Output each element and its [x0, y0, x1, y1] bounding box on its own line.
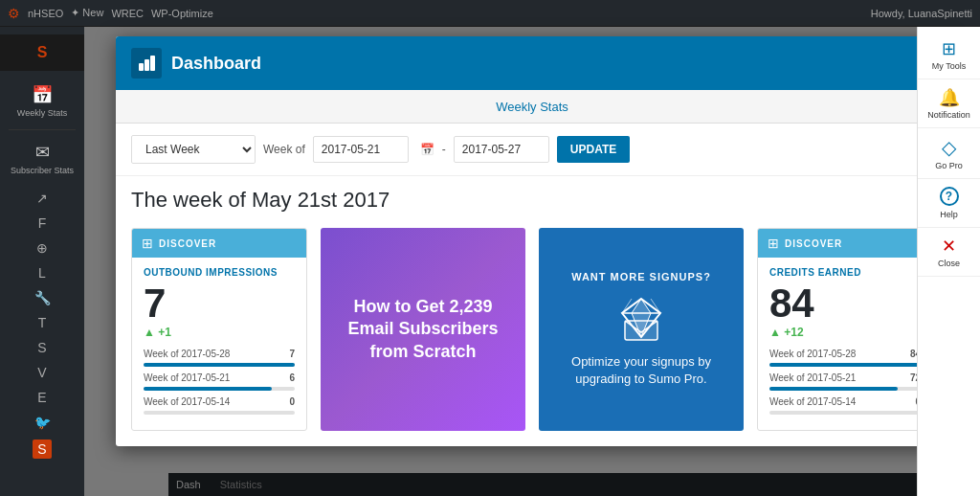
credits-change: ▲ +12 — [769, 326, 921, 339]
discover-card-1-header: ⊞ DISCOVER — [132, 229, 306, 258]
sidebar-icon-7[interactable]: S — [37, 340, 46, 355]
discover-card-1-body: OUTBOUND IMPRESSIONS 7 ▲ +1 Week of 2017… — [132, 258, 306, 430]
credits-bar-3 — [769, 411, 921, 415]
weekly-stats-header: Weekly Stats — [116, 90, 948, 124]
outbound-bar-3 — [144, 411, 295, 415]
sidebar-label-weekly: Weekly Stats — [17, 108, 67, 118]
sidebar-icon-v[interactable]: V — [37, 365, 46, 380]
right-panel-help[interactable]: ? Help — [918, 179, 980, 228]
right-panel-notification[interactable]: 🔔 Notification — [918, 79, 980, 128]
outbound-metric-title: OUTBOUND IMPRESSIONS — [144, 267, 295, 278]
credits-bar-2 — [769, 387, 921, 391]
date-heading: The week of May 21st 2017 — [116, 176, 948, 220]
discover-header-icon-1: ⊞ — [142, 236, 153, 251]
sidebar-icon-t[interactable]: 🐦 — [34, 415, 51, 430]
outbound-bar-2 — [144, 387, 295, 391]
discover-header-icon-2: ⊞ — [768, 236, 779, 251]
sidebar-item-weekly-stats[interactable]: 📅 Weekly Stats — [0, 77, 84, 125]
sidebar-icon-s[interactable]: S — [33, 440, 52, 459]
admin-bar-user: Howdy, LuanaSpinetti — [871, 8, 972, 19]
sidebar: S 📅 Weekly Stats ✉ Subscriber Stats ↗ F … — [0, 27, 84, 496]
sidebar-icon-2[interactable]: F — [38, 215, 47, 231]
admin-bar-wpopt[interactable]: WP-Optimize — [151, 8, 213, 19]
date-separator: - — [442, 143, 446, 156]
notification-label: Notification — [927, 110, 970, 120]
credits-stat-row-1: Week of 2017-05-28 84 — [769, 349, 921, 359]
sidebar-divider — [9, 129, 76, 130]
promo-card[interactable]: How to Get 2,239 Email Subscribers from … — [321, 228, 525, 431]
discover-label-2: DISCOVER — [785, 238, 842, 249]
dashboard-modal: Dashboard ✕ Weekly Stats Last Week This … — [116, 36, 948, 446]
modal-header: Dashboard ✕ — [116, 36, 948, 90]
outbound-bar-1 — [144, 363, 295, 367]
sidebar-icon-6[interactable]: T — [38, 315, 47, 330]
discover-card-2-header: ⊞ DISCOVER — [758, 229, 932, 258]
svg-rect-1 — [145, 59, 149, 71]
admin-bar-wp-icon: ⚙ — [8, 6, 20, 21]
admin-bar: ⚙ nHSEO ✦ New WREC WP-Optimize Howdy, Lu… — [0, 0, 980, 27]
my-tools-icon: ⊞ — [942, 38, 956, 59]
up-arrow-icon-2: ▲ — [769, 326, 781, 339]
sidebar-icon-e[interactable]: E — [37, 390, 46, 405]
credits-stat-row-2: Week of 2017-05-21 72 — [769, 372, 921, 383]
sidebar-label-subscriber: Subscriber Stats — [11, 166, 74, 175]
discover-card-2-body: CREDITS EARNED 84 ▲ +12 Week of 2017-05-… — [758, 258, 932, 430]
period-select[interactable]: Last Week This Week Custom — [131, 135, 256, 164]
signups-card[interactable]: WANT MORE SIGNUPS? Optimize your signups… — [539, 228, 744, 431]
credits-stat-row-3: Week of 2017-05-14 0 — [769, 396, 921, 407]
admin-bar-new[interactable]: ✦ New — [71, 7, 103, 19]
right-panel: ⊞ My Tools 🔔 Notification ◇ Go Pro ? Hel… — [917, 27, 980, 496]
help-label: Help — [940, 210, 958, 219]
modal-title: Dashboard — [171, 54, 261, 74]
admin-bar-seo[interactable]: nHSEO — [28, 8, 63, 19]
credits-value: 84 — [769, 283, 921, 324]
outbound-stat-row-1: Week of 2017-05-28 7 — [144, 349, 295, 359]
my-tools-label: My Tools — [932, 61, 966, 71]
help-icon: ? — [940, 187, 959, 206]
outbound-value: 7 — [144, 283, 295, 324]
calendar-icon: 📅 — [32, 84, 53, 105]
date-from-input[interactable] — [313, 136, 409, 163]
go-pro-label: Go Pro — [935, 161, 963, 170]
dashboard-icon — [131, 48, 162, 79]
admin-bar-wrec[interactable]: WREC — [111, 8, 144, 19]
sidebar-icon-3[interactable]: ⊕ — [36, 240, 48, 256]
up-arrow-icon-1: ▲ — [144, 326, 155, 339]
weekly-stats-title: Weekly Stats — [496, 100, 568, 114]
go-pro-icon: ◇ — [942, 136, 956, 159]
close-label: Close — [938, 259, 960, 268]
sidebar-icon-1[interactable]: ↗ — [36, 191, 48, 206]
svg-rect-0 — [139, 63, 144, 71]
diamond-icon — [617, 294, 665, 342]
date-to-input[interactable] — [454, 136, 549, 163]
outbound-stat-row-2: Week of 2017-05-21 6 — [144, 372, 295, 383]
sidebar-item-subscriber-stats[interactable]: ✉ Subscriber Stats — [0, 134, 84, 183]
week-of-label: Week of — [263, 143, 305, 156]
credits-bar-1 — [769, 363, 921, 367]
svg-rect-2 — [150, 56, 155, 71]
sidebar-icon-5[interactable]: 🔧 — [34, 290, 51, 305]
notification-icon: 🔔 — [939, 87, 960, 108]
calendar-from-icon[interactable]: 📅 — [420, 143, 434, 156]
email-icon: ✉ — [35, 142, 50, 163]
right-panel-my-tools[interactable]: ⊞ My Tools — [918, 31, 980, 79]
credits-metric-title: CREDITS EARNED — [769, 267, 921, 278]
discover-label-1: DISCOVER — [159, 238, 216, 249]
discover-card-outbound: ⊞ DISCOVER OUTBOUND IMPRESSIONS 7 ▲ +1 W… — [131, 228, 307, 431]
signups-header: WANT MORE SIGNUPS? — [571, 271, 711, 282]
right-panel-go-pro[interactable]: ◇ Go Pro — [918, 128, 980, 179]
outbound-stat-row-3: Week of 2017-05-14 0 — [144, 396, 295, 407]
signups-text: Optimize your signups by upgrading to Su… — [554, 353, 728, 388]
promo-title: How to Get 2,239 Email Subscribers from … — [336, 296, 510, 363]
controls-row: Last Week This Week Custom Week of 📅 - U… — [116, 124, 948, 176]
right-panel-close[interactable]: ✕ Close — [918, 228, 980, 277]
sidebar-icon-4[interactable]: L — [38, 265, 46, 281]
sumo-logo: S — [37, 44, 48, 61]
close-panel-icon: ✕ — [942, 236, 956, 257]
outbound-change: ▲ +1 — [144, 326, 295, 339]
discover-card-credits: ⊞ DISCOVER CREDITS EARNED 84 ▲ +12 Week … — [757, 228, 933, 431]
cards-grid: ⊞ DISCOVER OUTBOUND IMPRESSIONS 7 ▲ +1 W… — [116, 220, 948, 446]
main-content: ⊞ My Tools 🔔 Notification ◇ Go Pro ? Hel… — [84, 27, 980, 496]
update-button[interactable]: UPDATE — [557, 136, 630, 163]
modal-overlay: Dashboard ✕ Weekly Stats Last Week This … — [84, 27, 980, 496]
